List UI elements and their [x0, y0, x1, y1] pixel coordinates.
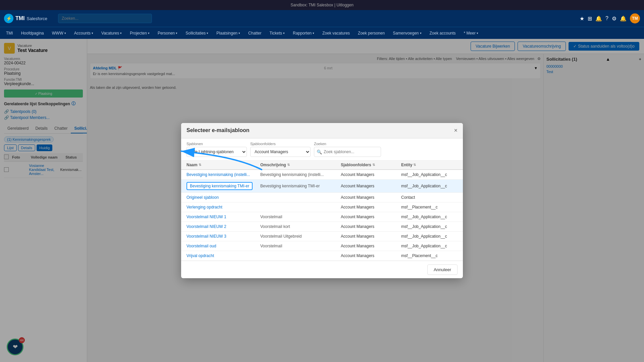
nav-label: WWW — [52, 31, 63, 36]
template-naam[interactable]: Voorstelmail NIEUW 1 — [186, 215, 260, 219]
col-entity[interactable]: Entity ⇅ — [401, 163, 458, 167]
template-sjabloonfolders: Account Managers — [341, 172, 401, 177]
nav-label: Rapporten — [293, 31, 312, 36]
template-row[interactable]: Origineel sjabloon Account Managers Cont… — [181, 193, 463, 202]
zoek-sjablonen-input[interactable] — [314, 147, 381, 157]
bell-icon[interactable]: 🔔 — [595, 15, 602, 22]
template-entity: msf__Placement__c — [401, 253, 458, 258]
template-row-highlighted[interactable]: Bevestiging kennismaking TMI-er Bevestig… — [181, 180, 463, 193]
template-row[interactable]: Verlenging opdracht Account Managers msf… — [181, 202, 463, 212]
template-row[interactable]: Voorstelmail NIEUW 1 Voorstelmail Accoun… — [181, 212, 463, 222]
nav-label: Projecten — [130, 31, 147, 36]
nav-item-www[interactable]: WWW ▾ — [49, 29, 69, 38]
col-sjabloonfolders[interactable]: Sjabloonfolders ⇅ — [341, 163, 401, 167]
template-entity: Contact — [401, 195, 458, 200]
template-row[interactable]: Bevestiging kennismaking (instelli... Be… — [181, 170, 463, 180]
nav-item-sollicitaties[interactable]: Sollicitaties ▾ — [182, 29, 212, 38]
main-content: V Vacature Test Vacature Vacaturenr. 202… — [0, 39, 644, 362]
modal-body: Bevestiging kennismaking (instelli... Be… — [181, 170, 463, 261]
template-row[interactable]: Voorstelmail NIEUW 3 Voorstelmail Uitgeb… — [181, 232, 463, 241]
nav-label: TMI — [6, 31, 13, 36]
modal-close-button[interactable]: × — [454, 127, 458, 134]
sjablonen-select[interactable]: Alle Lightning-sjablonen — [186, 147, 247, 157]
template-omschrijving: Bevestiging kennismaking (instelli... — [260, 172, 341, 177]
search-input[interactable] — [58, 14, 152, 23]
nav-item-rapporten[interactable]: Rapporten ▾ — [289, 29, 318, 38]
nav-item-zoek-personen[interactable]: Zoek personen — [355, 29, 388, 38]
sjabloonfolders-label: Sjabloonfolders — [250, 142, 311, 146]
nav-label: Vacatures — [101, 31, 119, 36]
template-sjabloonfolders: Account Managers — [341, 205, 401, 209]
nav-label: Zoek personen — [358, 31, 385, 36]
modal-filters: Sjablonen Alle Lightning-sjablonen Sjabl… — [181, 138, 463, 161]
nav-bar: TMI Hoofdpagina WWW ▾ Accounts ▾ Vacatur… — [0, 27, 644, 39]
modal-footer: Annuleer — [181, 261, 463, 278]
chevron-down-icon: ▾ — [148, 32, 150, 35]
highlight-box[interactable]: Bevestiging kennismaking TMI-er — [186, 182, 253, 190]
template-entity: msf__Job_Application__c — [401, 234, 458, 239]
nav-label: Plaatsingen — [216, 31, 237, 36]
template-sjabloonfolders: Account Managers — [341, 224, 401, 229]
template-naam[interactable]: Voorstelmail oud — [186, 244, 260, 248]
nav-item-meer[interactable]: * Meer ▾ — [461, 29, 482, 38]
nav-item-projecten[interactable]: Projecten ▾ — [126, 29, 153, 38]
settings-icon[interactable]: ⚙ — [612, 15, 616, 22]
template-naam[interactable]: Voorstelmail NIEUW 2 — [186, 224, 260, 229]
nav-item-personen[interactable]: Personen ▾ — [154, 29, 181, 38]
chevron-down-icon: ▾ — [176, 32, 177, 35]
template-naam[interactable]: Bevestiging kennismaking TMI-er — [186, 182, 260, 190]
template-naam[interactable]: Bevestiging kennismaking (instelli... — [186, 172, 260, 177]
chevron-down-icon: ▾ — [207, 32, 208, 35]
nav-item-samenvoegen[interactable]: Samenvoegen ▾ — [389, 29, 425, 38]
template-omschrijving: Voorstelmail Uitgebreid — [260, 234, 341, 239]
nav-item-hoofdpagina[interactable]: Hoofdpagina — [18, 29, 47, 38]
modal-title: Selecteer e-mailsjabloon — [186, 127, 250, 133]
nav-item-zoek-accounts[interactable]: Zoek accounts — [426, 29, 459, 38]
template-row[interactable]: Voorstelmail NIEUW 2 Voorstelmail kort A… — [181, 222, 463, 232]
chevron-down-icon: ▾ — [64, 32, 66, 35]
template-row[interactable]: Vrijval opdracht Account Managers msf__P… — [181, 251, 463, 261]
nav-label: Tickets — [269, 31, 282, 36]
nav-label: * Meer — [464, 31, 476, 36]
chevron-down-icon: ▾ — [477, 32, 478, 35]
chevron-down-icon: ▾ — [313, 32, 314, 35]
template-naam[interactable]: Origineel sjabloon — [186, 195, 260, 200]
sandbox-text: Sandbox: TMI Salesbox | Uitloggen — [290, 3, 354, 7]
zoeken-label: Zoeken — [314, 142, 381, 146]
sjabloonfolders-select[interactable]: Account Managers — [250, 147, 311, 157]
template-naam[interactable]: Vrijval opdracht — [186, 253, 260, 258]
avatar[interactable]: TM — [630, 13, 640, 23]
nav-item-tickets[interactable]: Tickets ▾ — [266, 29, 288, 38]
template-omschrijving: Bevestiging kennismaking TMI-er — [260, 184, 341, 188]
help-icon[interactable]: ? — [605, 15, 608, 21]
chevron-down-icon: ▾ — [238, 32, 240, 35]
salesforce-label: Salesforce — [27, 16, 47, 21]
logo-text: TMI — [15, 15, 25, 21]
template-entity: msf__Placement__c — [401, 205, 458, 209]
favorites-icon[interactable]: ★ — [580, 15, 584, 22]
template-entity: msf__Job_Application__c — [401, 184, 458, 188]
notification-icon[interactable]: 🔔 — [620, 15, 627, 22]
template-naam[interactable]: Voorstelmail NIEUW 3 — [186, 234, 260, 239]
nav-label: Zoek vacatures — [322, 31, 350, 36]
sort-icon: ⇅ — [287, 163, 290, 167]
nav-item-chatter[interactable]: Chatter — [245, 29, 265, 38]
grid-icon[interactable]: ⊞ — [588, 15, 592, 22]
col-omschrijving[interactable]: Omschrijving ⇅ — [260, 163, 341, 167]
nav-item-accounts[interactable]: Accounts ▾ — [71, 29, 97, 38]
template-omschrijving: Voorstelmail kort — [260, 224, 341, 229]
col-naam[interactable]: Naam ⇅ — [186, 163, 260, 167]
annuleer-button[interactable]: Annuleer — [427, 264, 458, 275]
nav-item-plaatsingen[interactable]: Plaatsingen ▾ — [213, 29, 244, 38]
template-row[interactable]: Voorstelmail oud Voorstelmail Account Ma… — [181, 241, 463, 251]
template-naam[interactable]: Verlenging opdracht — [186, 205, 260, 209]
sjablonen-label: Sjablonen — [186, 142, 247, 146]
nav-label: Personen — [158, 31, 175, 36]
global-search[interactable] — [58, 14, 152, 23]
salesforce-icon: ⚡ — [4, 14, 13, 23]
template-entity: msf__Job_Application__c — [401, 215, 458, 219]
nav-item-zoek-vacatures[interactable]: Zoek vacatures — [319, 29, 353, 38]
search-icon: 🔍 — [317, 149, 322, 154]
nav-item-vacatures[interactable]: Vacatures ▾ — [98, 29, 125, 38]
nav-item-tmi[interactable]: TMI — [3, 29, 16, 38]
